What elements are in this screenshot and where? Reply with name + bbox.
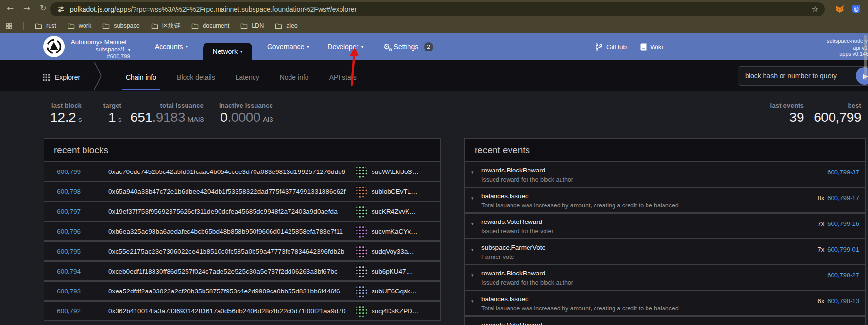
- api-version: api v14.3: [827, 45, 868, 51]
- version-info: subspace-node v0.1 api v14.3 apps v0.146…: [827, 38, 868, 58]
- identicon: [355, 245, 367, 257]
- back-icon[interactable]: ←: [7, 3, 14, 13]
- event-name: rewards.VoteReward: [481, 321, 858, 325]
- event-block-link[interactable]: 600,798-13: [827, 297, 859, 305]
- tab-block-details[interactable]: Block details: [167, 63, 225, 91]
- nav-settings[interactable]: ⚙⚙ Settings 2: [377, 33, 439, 60]
- bookmark-folder[interactable]: document: [191, 22, 229, 29]
- bookmark-folder[interactable]: 区块链: [151, 22, 181, 30]
- block-author-name[interactable]: sucWALkfJoS…: [372, 168, 419, 175]
- block-author-name[interactable]: subUE6Gqsk…: [372, 288, 417, 295]
- folder-icon: [102, 23, 110, 29]
- address-bar[interactable]: polkadot.js.org/apps/?rpc=wss%3A%2F%2Frp…: [50, 2, 825, 16]
- page-scrollbar[interactable]: [864, 35, 867, 80]
- event-link-group: 6x 600,798-13: [817, 297, 859, 305]
- block-author-name[interactable]: sub6pKU47…: [372, 268, 412, 275]
- event-description: Total issuance was increased by amount, …: [481, 202, 858, 209]
- event-link-group: 600,798-27: [827, 272, 859, 279]
- chevron-down-icon[interactable]: ▾: [471, 222, 474, 226]
- bookmark-label: LDN: [252, 22, 264, 29]
- block-author-name[interactable]: sudqVoy33a…: [372, 248, 414, 255]
- block-number-link[interactable]: 600,795: [44, 248, 81, 255]
- bookmark-folder[interactable]: LDN: [240, 22, 264, 29]
- nav-network[interactable]: Network▾: [203, 43, 252, 60]
- screen: ← → ↻ polkadot.js.org/apps/?rpc=wss%3A%2…: [0, 0, 868, 325]
- forward-icon[interactable]: →: [23, 3, 30, 13]
- wiki-link[interactable]: Wiki: [640, 43, 663, 51]
- block-author: sucj4DsKZPD…: [355, 305, 433, 317]
- chevron-down-icon: ▾: [128, 48, 130, 52]
- block-hash: 0xc55e2175ac23e7306022ce41b8510c0fc585a0…: [108, 248, 344, 255]
- chain-spec-selector[interactable]: subspace/1▾: [71, 46, 130, 53]
- bookmark-folder[interactable]: subspace: [102, 22, 140, 29]
- recent-blocks-header: recent blocks: [44, 139, 440, 161]
- nav-developer[interactable]: Developer▾: [321, 33, 370, 60]
- bookmark-label: rust: [46, 22, 56, 29]
- chevron-down-icon[interactable]: ▾: [471, 196, 474, 201]
- tab-api-stats[interactable]: API stats: [319, 63, 367, 91]
- event-block-link[interactable]: 600,799-16: [827, 220, 859, 227]
- block-search-input[interactable]: [738, 66, 868, 86]
- event-name: rewards.BlockReward: [481, 167, 858, 174]
- nav-accounts[interactable]: Accounts▾: [149, 33, 194, 60]
- bookmark-label: document: [203, 22, 229, 29]
- block-number-link[interactable]: 600,792: [44, 308, 81, 315]
- bookmark-folder[interactable]: work: [68, 22, 91, 29]
- event-block-link[interactable]: 600,799-01: [827, 246, 859, 253]
- chevron-down-icon[interactable]: ▾: [471, 299, 474, 304]
- block-author-name[interactable]: sucvmKaCYx…: [372, 228, 418, 235]
- folder-icon: [275, 23, 282, 29]
- folder-icon: [68, 23, 75, 29]
- block-author: subUE6Gqsk…: [355, 285, 433, 297]
- identicon: [355, 225, 367, 238]
- block-author-name[interactable]: subiobCEvTL…: [372, 188, 418, 195]
- reload-icon[interactable]: ↻: [40, 3, 46, 13]
- event-block-link[interactable]: 600,799-37: [827, 169, 859, 176]
- event-block-link[interactable]: 600,798-12: [827, 323, 859, 325]
- chain-info[interactable]: Autonomys Mainnet subspace/1▾ #600,799: [71, 38, 130, 59]
- block-number-link[interactable]: 600,793: [44, 288, 81, 295]
- event-description: Total issuance was increased by amount, …: [481, 305, 858, 312]
- site-settings-icon[interactable]: [57, 5, 65, 13]
- bookmark-folder[interactable]: rust: [35, 22, 56, 29]
- settings-gear-icon: ⚙⚙: [383, 42, 390, 51]
- chevron-down-icon[interactable]: ▾: [471, 247, 474, 252]
- block-number-link[interactable]: 600,797: [44, 208, 81, 215]
- chevron-down-icon[interactable]: ▾: [471, 273, 474, 278]
- breadcrumb-explorer[interactable]: Explorer: [43, 60, 80, 91]
- tab-chain-info[interactable]: Chain info: [116, 63, 167, 91]
- bookmark-folder[interactable]: aleo: [275, 22, 298, 29]
- github-link[interactable]: GitHub: [596, 43, 627, 51]
- bookmark-list: rust work subspace: [35, 22, 298, 30]
- event-name: balances.Issued: [481, 192, 858, 200]
- apps-grid-icon[interactable]: [6, 23, 12, 29]
- event-link-group: 600,799-37: [827, 169, 859, 176]
- chevron-down-icon[interactable]: ▾: [471, 170, 474, 175]
- block-number-link[interactable]: 600,796: [44, 228, 81, 235]
- bookmark-star-icon[interactable]: ☆: [812, 4, 818, 14]
- block-author-name[interactable]: sucj4DsKZPD…: [372, 308, 419, 315]
- breadcrumb-label: Explorer: [55, 73, 80, 81]
- nav-governance[interactable]: Governance▾: [261, 33, 315, 60]
- metamask-extension-icon[interactable]: [835, 5, 844, 13]
- event-block-link[interactable]: 600,798-27: [827, 272, 859, 279]
- event-block-link[interactable]: 600,799-17: [827, 194, 859, 202]
- tab-latency[interactable]: Latency: [225, 63, 270, 91]
- settings-badge: 2: [424, 42, 433, 51]
- block-author: sucWALkfJoS…: [355, 165, 433, 178]
- block-author-name[interactable]: sucKR4ZvvK…: [372, 208, 416, 215]
- panel-title: recent events: [475, 145, 530, 155]
- autonomys-logo[interactable]: [43, 36, 65, 57]
- breadcrumb-divider: [94, 62, 102, 90]
- divider: [23, 22, 24, 30]
- chevron-down-icon: ▾: [240, 50, 242, 54]
- block-number-link[interactable]: 600,794: [44, 268, 81, 275]
- extension-icon[interactable]: @: [852, 5, 860, 13]
- block-author: subiobCEvTL…: [355, 185, 433, 198]
- identicon: [355, 285, 367, 297]
- block-number-link[interactable]: 600,799: [44, 168, 81, 175]
- event-name: rewards.VoteReward: [481, 218, 858, 225]
- block-number-link[interactable]: 600,798: [44, 188, 81, 195]
- tab-node-info[interactable]: Node info: [270, 63, 319, 91]
- block-author: sudqVoy33a…: [355, 245, 433, 257]
